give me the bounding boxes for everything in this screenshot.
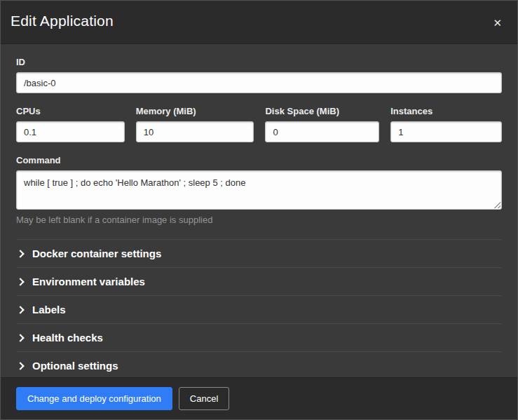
command-help-text: May be left blank if a container image i… bbox=[16, 215, 502, 225]
memory-label: Memory (MiB) bbox=[136, 106, 254, 116]
id-field-group: ID bbox=[16, 57, 502, 93]
chevron-right-icon bbox=[16, 306, 24, 313]
edit-application-modal: Edit Application ✕ ID CPUs Memory (MiB) … bbox=[0, 0, 518, 420]
chevron-right-icon bbox=[16, 362, 24, 370]
close-button[interactable]: ✕ bbox=[489, 13, 506, 32]
memory-field-group: Memory (MiB) bbox=[136, 106, 254, 142]
section-label: Environment variables bbox=[32, 276, 145, 287]
id-label: ID bbox=[16, 57, 502, 67]
section-health-checks[interactable]: Health checks bbox=[16, 324, 502, 352]
chevron-right-icon bbox=[16, 334, 24, 341]
disk-field-group: Disk Space (MiB) bbox=[265, 106, 379, 142]
command-label: Command bbox=[16, 155, 502, 165]
section-label: Docker container settings bbox=[32, 248, 161, 259]
modal-title: Edit Application bbox=[11, 13, 114, 29]
close-icon: ✕ bbox=[493, 17, 502, 29]
collapsible-sections: Docker container settings Environment va… bbox=[16, 239, 502, 377]
disk-label: Disk Space (MiB) bbox=[265, 106, 379, 116]
resource-row: CPUs Memory (MiB) Disk Space (MiB) Insta… bbox=[16, 106, 502, 142]
command-field-group: Command while [ true ] ; do echo 'Hello … bbox=[16, 155, 502, 225]
section-optional-settings[interactable]: Optional settings bbox=[16, 352, 502, 377]
section-labels[interactable]: Labels bbox=[16, 296, 502, 324]
cpus-label: CPUs bbox=[16, 106, 125, 116]
section-label: Health checks bbox=[32, 332, 103, 344]
command-textarea[interactable]: while [ true ] ; do echo 'Hello Marathon… bbox=[16, 170, 502, 210]
section-label: Labels bbox=[32, 304, 66, 316]
modal-header: Edit Application ✕ bbox=[1, 1, 517, 44]
change-and-deploy-button[interactable]: Change and deploy configuration bbox=[16, 387, 172, 410]
chevron-right-icon bbox=[16, 250, 24, 257]
cpus-field-group: CPUs bbox=[16, 106, 125, 142]
section-label: Optional settings bbox=[32, 360, 118, 372]
modal-footer: Change and deploy configuration Cancel bbox=[1, 377, 517, 419]
section-environment-variables[interactable]: Environment variables bbox=[16, 268, 502, 296]
section-docker-container-settings[interactable]: Docker container settings bbox=[16, 240, 502, 268]
instances-label: Instances bbox=[390, 106, 502, 116]
memory-input[interactable] bbox=[136, 121, 254, 142]
cpus-input[interactable] bbox=[16, 121, 125, 142]
cancel-button[interactable]: Cancel bbox=[179, 387, 229, 410]
instances-input[interactable] bbox=[390, 121, 502, 142]
id-input[interactable] bbox=[16, 72, 502, 93]
chevron-right-icon bbox=[16, 278, 24, 285]
instances-field-group: Instances bbox=[390, 106, 502, 142]
modal-body: ID CPUs Memory (MiB) Disk Space (MiB) In… bbox=[1, 44, 517, 377]
disk-input[interactable] bbox=[265, 121, 379, 142]
command-textarea-wrap: while [ true ] ; do echo 'Hello Marathon… bbox=[16, 170, 502, 210]
